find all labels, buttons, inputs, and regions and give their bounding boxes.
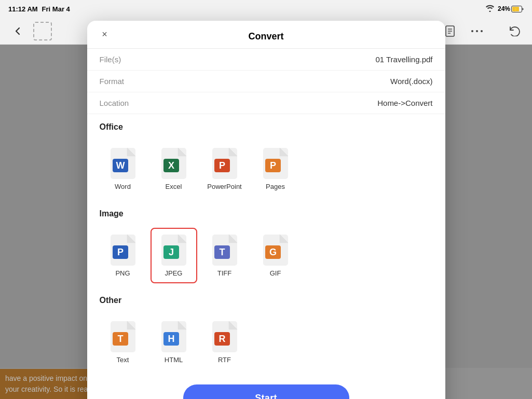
pages-label: Pages bbox=[266, 183, 285, 190]
section-title-office: Office bbox=[100, 122, 433, 132]
format-item-excel[interactable]: X Excel bbox=[151, 141, 197, 197]
format-item-tiff[interactable]: T TIFF bbox=[201, 228, 248, 283]
svg-point-13 bbox=[476, 30, 478, 32]
png-label: PNG bbox=[115, 269, 130, 277]
svg-text:P: P bbox=[269, 160, 276, 171]
format-item-word[interactable]: W Word bbox=[100, 141, 146, 197]
start-button-wrap: Start bbox=[87, 374, 445, 399]
word-label: Word bbox=[115, 183, 131, 190]
excel-icon: X bbox=[160, 147, 187, 180]
svg-text:T: T bbox=[219, 247, 225, 257]
powerpoint-icon: P bbox=[211, 147, 238, 180]
svg-text:X: X bbox=[168, 160, 174, 171]
battery-icon: 24% ⚡ bbox=[498, 5, 524, 12]
tiff-icon: T bbox=[211, 234, 238, 266]
format-grid-office: W Word X Excel P PowerPoint P Pages bbox=[87, 141, 445, 201]
format-item-png[interactable]: P PNG bbox=[100, 228, 146, 283]
format-grid-image: P PNG J JPEG T TIFF G GIF bbox=[87, 228, 445, 287]
status-time: 11:12 AM bbox=[8, 5, 38, 13]
jpeg-label: JPEG bbox=[165, 269, 183, 277]
excel-label: Excel bbox=[166, 183, 182, 190]
text-label: Text bbox=[117, 356, 129, 364]
format-sections: Office W Word X Excel P PowerPoint P Pag… bbox=[87, 114, 445, 374]
powerpoint-label: PowerPoint bbox=[207, 183, 241, 190]
files-label: File(s) bbox=[100, 55, 121, 64]
convert-modal: × Convert File(s) 01 Travelling.pdf Form… bbox=[87, 21, 445, 399]
more-button[interactable] bbox=[468, 22, 486, 40]
html-label: HTML bbox=[165, 356, 183, 364]
format-item-jpeg[interactable]: J JPEG bbox=[151, 228, 197, 283]
pages-icon: P bbox=[262, 147, 289, 180]
modal-close-button[interactable]: × bbox=[98, 27, 112, 42]
files-row: File(s) 01 Travelling.pdf bbox=[87, 49, 445, 71]
svg-text:H: H bbox=[168, 334, 174, 344]
status-left: 11:12 AM Fri Mar 4 bbox=[8, 5, 70, 13]
location-row: Location Home->Convert bbox=[87, 92, 445, 114]
html-icon: H bbox=[160, 321, 187, 353]
battery-percent: 24% bbox=[498, 5, 510, 12]
status-date: Fri Mar 4 bbox=[42, 5, 70, 13]
tiff-label: TIFF bbox=[217, 269, 231, 277]
svg-text:G: G bbox=[269, 247, 276, 257]
format-item-gif[interactable]: G GIF bbox=[252, 228, 299, 283]
format-item-text[interactable]: T Text bbox=[100, 314, 146, 370]
format-item-powerpoint[interactable]: P PowerPoint bbox=[201, 141, 248, 197]
start-button[interactable]: Start bbox=[183, 384, 349, 399]
wifi-icon bbox=[485, 5, 495, 13]
location-label: Location bbox=[100, 99, 129, 107]
gif-icon: G bbox=[262, 234, 289, 266]
word-icon: W bbox=[110, 147, 137, 180]
svg-point-14 bbox=[481, 30, 483, 32]
format-value: Word(.docx) bbox=[390, 77, 432, 86]
svg-point-12 bbox=[471, 30, 473, 32]
png-icon: P bbox=[110, 234, 137, 266]
format-item-html[interactable]: H HTML bbox=[151, 314, 197, 370]
section-title-image: Image bbox=[100, 209, 433, 218]
section-office: Office W Word X Excel P PowerPoint P Pag… bbox=[87, 114, 445, 201]
format-label: Format bbox=[100, 77, 125, 86]
rtf-icon: R bbox=[211, 321, 238, 353]
section-title-other: Other bbox=[100, 296, 433, 305]
modal-title: Convert bbox=[248, 31, 283, 42]
svg-text:P: P bbox=[219, 160, 225, 171]
svg-text:R: R bbox=[219, 334, 225, 344]
location-value: Home->Convert bbox=[377, 99, 432, 107]
selection-rect bbox=[33, 22, 52, 40]
back-button[interactable] bbox=[8, 22, 27, 40]
gif-label: GIF bbox=[270, 269, 281, 277]
svg-text:J: J bbox=[168, 247, 173, 257]
format-grid-other: T Text H HTML R RTF bbox=[87, 314, 445, 374]
text-icon: T bbox=[110, 321, 137, 353]
files-value: 01 Travelling.pdf bbox=[375, 55, 432, 64]
format-row: Format Word(.docx) bbox=[87, 71, 445, 92]
svg-text:⚡: ⚡ bbox=[513, 7, 519, 12]
svg-text:P: P bbox=[117, 247, 123, 257]
status-right: 24% ⚡ bbox=[485, 5, 524, 13]
jpeg-icon: J bbox=[160, 234, 187, 266]
svg-text:T: T bbox=[117, 334, 123, 344]
rtf-label: RTF bbox=[218, 356, 231, 364]
section-other: Other T Text H HTML R RTF bbox=[87, 287, 445, 374]
status-bar: 11:12 AM Fri Mar 4 24% ⚡ bbox=[0, 0, 532, 18]
svg-text:W: W bbox=[116, 160, 125, 171]
undo-button[interactable] bbox=[505, 22, 524, 40]
modal-header: × Convert bbox=[87, 21, 445, 49]
format-item-rtf[interactable]: R RTF bbox=[201, 314, 248, 370]
section-image: Image P PNG J JPEG T TIFF G GIF bbox=[87, 201, 445, 287]
format-item-pages[interactable]: P Pages bbox=[252, 141, 299, 197]
toolbar-left bbox=[8, 22, 52, 40]
